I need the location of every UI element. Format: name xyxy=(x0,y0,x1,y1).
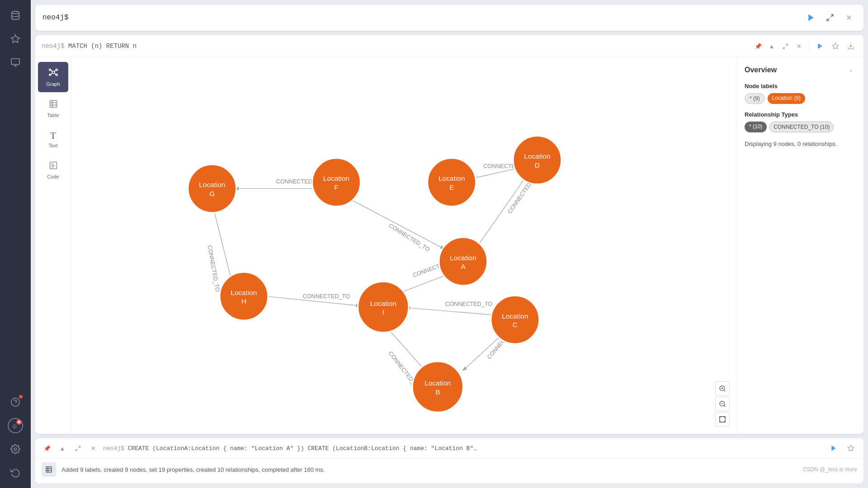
zoom-out-button[interactable] xyxy=(715,397,730,411)
bottom-status-text: Added 9 labels, created 9 nodes, set 19 … xyxy=(61,466,797,473)
node-labels-title: Node labels xyxy=(745,83,856,89)
tab-text[interactable]: T Text xyxy=(38,125,68,154)
svg-rect-2 xyxy=(11,59,19,65)
graph-svg[interactable]: CONNECTED_TO CONNECTED_TO CONNECTED_TO C… xyxy=(71,57,737,434)
overview-panel: Overview › Node labels * (9) Location (9… xyxy=(737,57,863,434)
close-button[interactable] xyxy=(842,10,856,25)
node-b[interactable] xyxy=(412,361,463,412)
edge-fa-label: CONNECTED_TO xyxy=(387,222,431,253)
top-bar: neo4j$ xyxy=(35,5,863,31)
tab-code[interactable]: Code xyxy=(38,155,68,185)
tab-code-label: Code xyxy=(47,174,59,179)
edge-gh-label: CONNECTED_TO xyxy=(206,245,221,292)
node-labels-section: Node labels * (9) Location (9) xyxy=(745,83,856,104)
bottom-table-icon[interactable] xyxy=(42,462,56,477)
svg-marker-67 xyxy=(831,446,835,451)
fit-button[interactable] xyxy=(715,412,730,427)
svg-rect-69 xyxy=(46,467,52,472)
main-panel-query: neo4j$ MATCH (n) RETURN n xyxy=(42,42,748,50)
svg-marker-18 xyxy=(818,43,822,49)
edge-hi-label: CONNECTED_TO xyxy=(303,293,350,300)
bottom-chevron-button[interactable]: ▲ xyxy=(57,443,68,454)
node-f[interactable] xyxy=(312,158,361,206)
svg-marker-1 xyxy=(11,35,19,42)
badge-location-nodes[interactable]: Location (9) xyxy=(768,93,805,104)
node-g[interactable] xyxy=(188,164,236,213)
tab-graph-label: Graph xyxy=(46,81,60,87)
sidebar-icon-help[interactable] xyxy=(5,392,25,412)
bottom-panel-content: Added 9 labels, created 9 nodes, set 19 … xyxy=(35,459,863,480)
svg-marker-11 xyxy=(808,14,814,21)
svg-point-22 xyxy=(49,69,51,71)
zoom-in-button[interactable] xyxy=(715,381,730,396)
bottom-query-panel: 📌 ▲ ✕ neo4j$ CREATE (LocationA:Location … xyxy=(35,438,863,483)
panel-close-button[interactable]: ✕ xyxy=(793,41,804,52)
svg-line-65 xyxy=(78,446,80,448)
node-labels-badges: * (9) Location (9) xyxy=(745,93,856,104)
sidebar-icon-settings[interactable] xyxy=(5,439,25,459)
badge-all-nodes[interactable]: * (9) xyxy=(745,93,765,104)
svg-line-26 xyxy=(51,70,52,72)
main-panel-body: Graph Table xyxy=(35,57,863,434)
svg-line-29 xyxy=(54,73,56,75)
overview-description: Displaying 9 nodes, 0 relationships. xyxy=(745,140,856,149)
rel-types-badges: * (10) CONNECTED_TO (10) xyxy=(745,122,856,132)
tab-table-label: Table xyxy=(47,113,59,118)
graph-controls xyxy=(715,381,730,427)
svg-marker-19 xyxy=(832,43,838,49)
overview-header: Overview › xyxy=(745,65,856,75)
sidebar-icon-star[interactable] xyxy=(5,29,25,49)
rel-types-section: Relationship Types * (10) CONNECTED_TO (… xyxy=(745,111,856,132)
chevron-up-button[interactable]: ▲ xyxy=(766,41,777,52)
node-a[interactable] xyxy=(439,237,487,286)
node-c[interactable] xyxy=(491,296,539,344)
svg-point-23 xyxy=(56,69,57,71)
panels: neo4j$ MATCH (n) RETURN n 📌 ▲ ✕ xyxy=(35,35,863,483)
node-i[interactable] xyxy=(358,282,409,332)
panel-download-button[interactable] xyxy=(844,40,857,52)
table-tab-icon xyxy=(49,99,58,111)
svg-point-24 xyxy=(49,74,51,76)
svg-point-0 xyxy=(12,11,19,14)
panel-star-button[interactable] xyxy=(829,40,842,52)
bottom-query-text: CREATE (LocationA:Location { name: "Loca… xyxy=(128,445,477,452)
sidebar-icon-database[interactable] xyxy=(5,5,25,25)
node-e[interactable] xyxy=(428,158,476,206)
run-button[interactable] xyxy=(804,10,818,25)
bottom-run-button[interactable] xyxy=(827,442,840,455)
sidebar-icon-play[interactable] xyxy=(5,52,25,72)
view-tabs: Graph Table xyxy=(35,57,71,434)
badge-connected-to[interactable]: CONNECTED_TO (10) xyxy=(769,122,834,132)
pin-button[interactable]: 📌 xyxy=(753,41,764,52)
node-d[interactable] xyxy=(513,136,561,184)
tab-text-label: Text xyxy=(48,143,57,148)
tab-graph[interactable]: Graph xyxy=(38,62,68,92)
svg-line-13 xyxy=(827,19,829,21)
svg-rect-30 xyxy=(50,101,57,108)
bottom-pin-button[interactable]: 📌 xyxy=(42,443,52,454)
query-prompt: neo4j$ xyxy=(42,42,64,50)
tab-table[interactable]: Table xyxy=(38,94,68,123)
bottom-panel-query: neo4j$ CREATE (LocationA:Location { name… xyxy=(103,445,823,452)
svg-line-58 xyxy=(724,390,725,391)
main-query-panel: neo4j$ MATCH (n) RETURN n 📌 ▲ ✕ xyxy=(35,35,863,434)
bottom-star-button[interactable] xyxy=(844,442,857,455)
svg-text:◎: ◎ xyxy=(12,423,17,429)
sidebar-icon-undo[interactable] xyxy=(5,463,25,483)
text-tab-icon: T xyxy=(50,131,56,141)
panel-expand-button[interactable] xyxy=(780,41,791,52)
rel-types-title: Relationship Types xyxy=(745,111,856,118)
node-h[interactable] xyxy=(220,272,268,320)
svg-line-17 xyxy=(783,47,785,48)
query-text: MATCH (n) RETURN n xyxy=(68,42,137,50)
code-tab-icon xyxy=(49,161,58,172)
expand-button[interactable] xyxy=(823,10,837,25)
svg-line-12 xyxy=(831,14,833,17)
bottom-close-button[interactable]: ✕ xyxy=(88,443,99,454)
overview-chevron[interactable]: › xyxy=(845,65,856,75)
edge-ci-label: CONNECTED_TO xyxy=(445,301,492,307)
panel-run-button[interactable] xyxy=(814,40,826,52)
bottom-expand-button[interactable] xyxy=(72,443,83,454)
sidebar-icon-error[interactable]: ◎ xyxy=(5,416,25,436)
badge-all-rels[interactable]: * (10) xyxy=(745,122,767,132)
